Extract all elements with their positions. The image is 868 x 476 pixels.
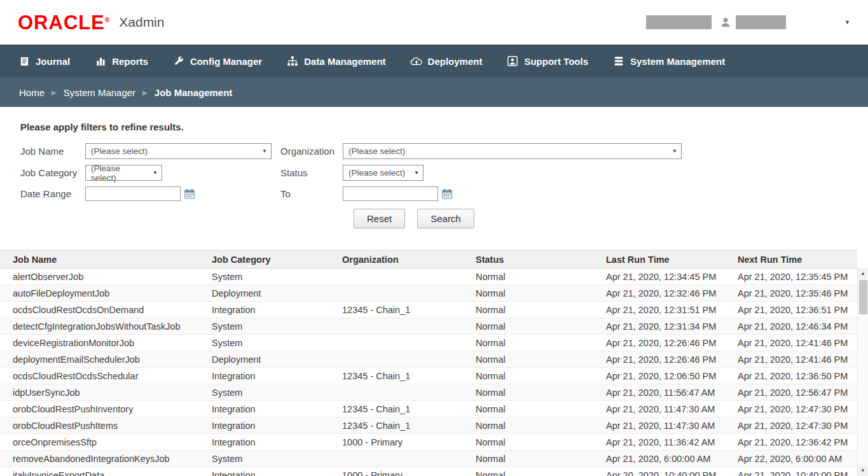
scroll-down-icon[interactable]: ▼ [858, 465, 868, 476]
table-row[interactable]: ocdsCloudRestOcdsSchedularIntegration123… [0, 368, 857, 384]
nav-item-reports[interactable]: Reports [94, 55, 148, 67]
breadcrumb-system-manager[interactable]: System Manager [64, 87, 135, 98]
table-cell: Apr 21, 2020, 12:56:47 PM [725, 384, 857, 401]
table-cell: Apr 21, 2020, 12:06:50 PM [593, 368, 725, 384]
breadcrumb-separator-icon: ▶ [142, 89, 148, 96]
breadcrumb-home[interactable]: Home [19, 87, 45, 98]
scroll-up-icon[interactable]: ▲ [858, 268, 868, 279]
table-row[interactable]: detectCfgIntegrationJobsWithoutTaskJobSy… [0, 318, 857, 335]
nav-item-deployment[interactable]: Deployment [410, 55, 483, 67]
column-header-next-run-time[interactable]: Next Run Time [725, 251, 857, 269]
table-row[interactable]: ocdsCloudRestOcdsOnDemandIntegration1234… [0, 302, 857, 318]
table-row[interactable]: orceOnpremisesSftpIntegration1000 - Prim… [0, 434, 857, 451]
table-row[interactable]: italyInvoiceExportDataIntegration1000 - … [0, 467, 857, 476]
status-label: Status [280, 167, 343, 178]
table-cell: Normal [463, 351, 593, 368]
table-row[interactable]: deploymentEmailSchedulerJobDeploymentNor… [0, 351, 857, 368]
table-cell [329, 451, 463, 467]
table-row[interactable]: deviceRegistrationMonitorJobSystemNormal… [0, 335, 857, 351]
table-cell: idpUserSyncJob [0, 384, 199, 401]
table-cell: alertObserverJob [0, 269, 199, 285]
nav-item-data-management[interactable]: Data Management [286, 55, 385, 67]
calendar-icon[interactable] [184, 188, 195, 200]
table-cell: Deployment [199, 285, 329, 302]
table-cell: Apr 21, 2020, 12:32:46 PM [593, 285, 725, 302]
chevron-down-icon: ▼ [672, 148, 677, 154]
reset-button[interactable]: Reset [354, 209, 405, 228]
table-header-row: Job Name Job Category Organization Statu… [0, 251, 857, 269]
nav-item-journal[interactable]: Journal [18, 55, 70, 67]
table-cell: Apr 21, 2020, 12:35:46 PM [725, 285, 857, 302]
table-cell: Apr 21, 2020, 12:35:45 PM [725, 269, 857, 285]
date-range-input[interactable] [85, 186, 181, 201]
search-button[interactable]: Search [417, 209, 474, 228]
main-nav: Journal Reports Config Manager Data Mana… [0, 45, 868, 78]
table-cell: System [199, 384, 329, 401]
to-date-input[interactable] [343, 186, 438, 201]
column-header-job-name[interactable]: Job Name [0, 251, 199, 269]
table-cell: System [199, 318, 329, 335]
filter-row-1: Job Name (Please select) ▼ Organization … [20, 143, 848, 159]
table-cell: Apr 21, 2020, 12:36:50 PM [725, 368, 857, 384]
table-row[interactable]: orobCloudRestPushInventoryIntegration123… [0, 401, 857, 417]
header-right: ▼ [646, 15, 850, 29]
table-cell: removeAbandonedIntegrationKeysJob [0, 451, 199, 467]
job-category-select-value: (Please select) [91, 164, 148, 183]
table-cell: orceOnpremisesSftp [0, 434, 199, 451]
top-header: ORACLE® Xadmin ▼ [0, 0, 868, 45]
jobs-table: Job Name Job Category Organization Statu… [0, 250, 857, 476]
table-cell: orobCloudRestPushItems [0, 417, 199, 434]
user-menu-caret-icon[interactable]: ▼ [844, 19, 850, 25]
table-cell: Normal [463, 451, 593, 467]
table-row[interactable]: autoFileDeploymentJobDeploymentNormalApr… [0, 285, 857, 302]
table-cell: Apr 21, 2020, 11:56:47 AM [593, 384, 725, 401]
job-category-select[interactable]: (Please select) ▼ [85, 165, 162, 181]
organization-label: Organization [280, 146, 343, 157]
breadcrumb-separator-icon: ▶ [52, 89, 57, 96]
organization-select-value: (Please select) [348, 146, 405, 156]
table-cell: Apr 21, 2020, 12:36:42 PM [725, 434, 857, 451]
nav-item-support-tools[interactable]: Support Tools [506, 55, 588, 67]
table-vertical-scrollbar[interactable]: ▲ ▼ [857, 268, 868, 476]
app-title: Xadmin [119, 15, 164, 30]
table-cell [329, 318, 463, 335]
table-cell: ocdsCloudRestOcdsOnDemand [0, 302, 199, 318]
filter-row-3: Date Range To [20, 186, 848, 201]
column-header-last-run-time[interactable]: Last Run Time [593, 251, 725, 269]
organization-select[interactable]: (Please select) ▼ [343, 143, 682, 159]
journal-icon [18, 55, 31, 67]
breadcrumb: Home ▶ System Manager ▶ Job Management [0, 78, 868, 107]
table-row[interactable]: removeAbandonedIntegrationKeysJobSystemN… [0, 451, 857, 467]
filter-panel: Please apply filters to refine results. … [0, 107, 868, 250]
table-cell: Integration [199, 401, 329, 417]
chevron-down-icon: ▼ [414, 170, 419, 176]
table-cell: System [199, 451, 329, 467]
nav-item-system-management[interactable]: System Management [612, 55, 725, 67]
table-cell: Apr 21, 2020, 12:47:30 PM [725, 417, 857, 434]
table-cell: 12345 - Chain_1 [329, 368, 463, 384]
table-row[interactable]: orobCloudRestPushItemsIntegration12345 -… [0, 417, 857, 434]
table-cell [329, 269, 463, 285]
oracle-logo: ORACLE® [18, 13, 110, 32]
date-range-label: Date Range [20, 188, 85, 199]
table-cell: deploymentEmailSchedulerJob [0, 351, 199, 368]
breadcrumb-job-management: Job Management [155, 87, 233, 98]
nav-item-config-manager[interactable]: Config Manager [172, 55, 262, 67]
status-select[interactable]: (Please select) ▼ [343, 165, 424, 181]
nav-label: Reports [112, 56, 148, 67]
job-name-select-value: (Please select) [91, 146, 148, 156]
chevron-down-icon: ▼ [153, 170, 158, 176]
column-header-organization[interactable]: Organization [329, 251, 463, 269]
table-row[interactable]: alertObserverJobSystemNormalApr 21, 2020… [0, 269, 857, 285]
table-row[interactable]: idpUserSyncJobSystemNormalApr 21, 2020, … [0, 384, 857, 401]
column-header-job-category[interactable]: Job Category [199, 251, 329, 269]
table-cell: Apr 21, 2020, 12:41:46 PM [725, 335, 857, 351]
scroll-thumb[interactable] [859, 280, 867, 314]
cloud-icon [410, 55, 423, 67]
column-header-status[interactable]: Status [463, 251, 593, 269]
calendar-icon[interactable] [441, 188, 453, 200]
table-cell: Apr 21, 2020, 11:47:30 AM [593, 417, 725, 434]
job-name-select[interactable]: (Please select) ▼ [85, 143, 272, 159]
table-cell: Apr 22, 2020, 6:00:00 AM [725, 451, 857, 467]
table-cell: Normal [463, 417, 593, 434]
